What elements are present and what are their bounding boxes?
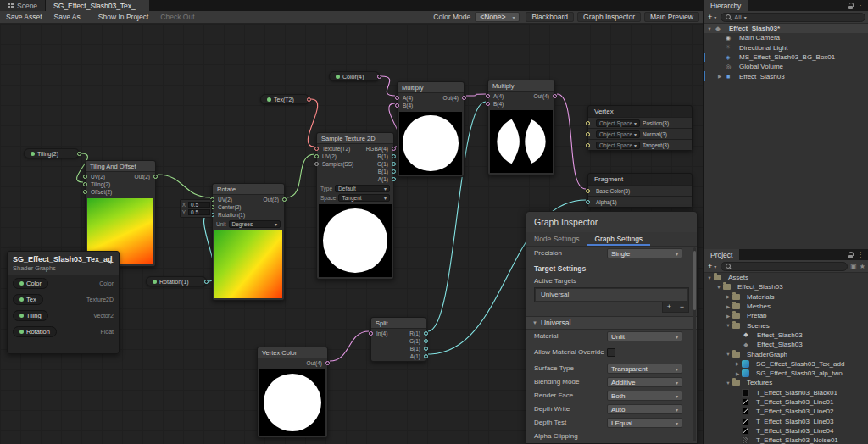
- input-port-icon[interactable]: [586, 143, 590, 147]
- hierarchy-item[interactable]: ▼◆Effect_Slash03*: [704, 24, 868, 33]
- property-node[interactable]: Tex(T2): [260, 94, 309, 104]
- project-item[interactable]: T_Effect_Slash03_Line03: [704, 416, 868, 425]
- block-row[interactable]: Object Space▾Tangent(3): [588, 139, 692, 150]
- graph-node[interactable]: MultiplyA(4)Out(4)B(4): [487, 80, 555, 175]
- inspector-dropdown[interactable]: Auto▾: [607, 404, 682, 414]
- inspector-dropdown[interactable]: Unlit▾: [607, 331, 682, 341]
- input-port-icon[interactable]: [83, 190, 87, 194]
- add-property-button[interactable]: +: [108, 258, 114, 267]
- favorites-icon[interactable]: ★: [860, 263, 865, 270]
- value-field[interactable]: 0.5: [188, 209, 210, 215]
- project-item[interactable]: T_Effect_Slash03_Noise01: [704, 436, 868, 444]
- tab-hierarchy[interactable]: Hierarchy: [704, 0, 748, 11]
- foldout-arrow-icon[interactable]: ▶: [724, 304, 732, 309]
- output-port-icon[interactable]: [204, 280, 209, 284]
- context-block[interactable]: VertexObject Space▾Position(3)Object Spa…: [587, 105, 693, 151]
- project-item[interactable]: ▶SG_Effect_Slash03_Tex_add: [704, 359, 868, 369]
- wire[interactable]: [330, 331, 369, 361]
- foldout-arrow-icon[interactable]: ▶: [724, 294, 732, 299]
- search-by-type-icon[interactable]: ▣: [850, 263, 857, 270]
- foldout-arrow-icon[interactable]: ▼: [724, 380, 732, 386]
- output-port-icon[interactable]: [392, 177, 396, 181]
- foldout-arrow-icon[interactable]: ▼: [724, 323, 732, 328]
- space-dropdown[interactable]: Object Space▾: [596, 142, 640, 149]
- wire[interactable]: [557, 94, 586, 189]
- input-port-icon[interactable]: [586, 132, 590, 136]
- blackboard-property[interactable]: TilingVector2: [8, 308, 119, 324]
- block-row[interactable]: Object Space▾Normal(3): [588, 128, 692, 139]
- input-port-icon[interactable]: [83, 182, 87, 186]
- wire[interactable]: [158, 175, 210, 197]
- input-port-icon[interactable]: [586, 200, 590, 204]
- property-node[interactable]: Tiling(2): [24, 148, 80, 158]
- property-node[interactable]: Rotation(1): [146, 276, 207, 286]
- wire[interactable]: [466, 94, 486, 96]
- graph-canvas[interactable]: Tiling And OffsetUV(2)Out(2)Tiling(2)Off…: [0, 24, 703, 444]
- block-row[interactable]: Alpha(1): [588, 196, 692, 207]
- output-port-icon[interactable]: [282, 197, 287, 202]
- node-title[interactable]: Vertex Color: [258, 347, 327, 358]
- output-port-icon[interactable]: [392, 154, 396, 158]
- input-port-icon[interactable]: [314, 154, 319, 158]
- project-item[interactable]: ▶Materials: [704, 292, 868, 302]
- show-in-project-button[interactable]: Show In Project: [92, 11, 155, 23]
- hierarchy-item[interactable]: ▶■Effect_Slash03: [704, 71, 868, 80]
- project-item[interactable]: ▶Prefab: [704, 311, 868, 320]
- project-item[interactable]: ◆Effect_Slash03: [704, 340, 868, 349]
- project-item[interactable]: T_Effect_Slash03_Line01: [704, 397, 868, 407]
- context-block[interactable]: FragmentBase Color(3)Alpha(1): [587, 173, 693, 208]
- output-port-icon[interactable]: [326, 361, 330, 365]
- input-port-icon[interactable]: [486, 102, 490, 106]
- save-asset-button[interactable]: Save Asset: [0, 11, 48, 23]
- space-dropdown[interactable]: Object Space▾: [596, 130, 640, 138]
- block-row[interactable]: Object Space▾Position(3): [588, 117, 692, 128]
- output-port-icon[interactable]: [377, 75, 381, 79]
- project-item[interactable]: ▼Textures: [704, 378, 868, 387]
- wire[interactable]: [287, 154, 314, 197]
- input-port-icon[interactable]: [369, 331, 373, 336]
- node-dropdown[interactable]: Default▾: [335, 185, 390, 192]
- tab-node-settings[interactable]: Node Settings: [526, 232, 587, 246]
- property-node[interactable]: Color(4): [329, 71, 380, 81]
- graph-node[interactable]: RotateUV(2)Out(2)Center(2)Rotation(1)Uni…: [212, 183, 285, 301]
- tab-project[interactable]: Project: [704, 249, 739, 260]
- node-title[interactable]: Multiply: [398, 82, 464, 93]
- graph-node[interactable]: MultiplyA(4)Out(4)B(4): [397, 81, 465, 177]
- foldout-arrow-icon[interactable]: ▶: [733, 361, 742, 366]
- graph-inspector-panel[interactable]: Graph Inspector Node Settings Graph Sett…: [526, 211, 698, 444]
- precision-dropdown[interactable]: Single ▾: [607, 248, 682, 258]
- hierarchy-search-input[interactable]: All ▾: [721, 13, 865, 22]
- foldout-arrow-icon[interactable]: ▼: [705, 275, 714, 280]
- target-list-item[interactable]: Universal: [536, 289, 687, 301]
- node-title[interactable]: Multiply: [488, 80, 554, 92]
- output-port-icon[interactable]: [392, 162, 396, 166]
- checkbox[interactable]: [607, 348, 615, 357]
- wire[interactable]: [381, 76, 395, 96]
- output-port-icon[interactable]: [307, 97, 311, 102]
- tab-shadergraph[interactable]: SG_Effect_Slash03_Tex_...: [46, 0, 150, 11]
- lock-icon[interactable]: [848, 252, 853, 258]
- output-port-icon[interactable]: [392, 147, 396, 151]
- graph-node[interactable]: SplitIn(4)R(1)G(1)B(1)A(1): [370, 317, 426, 362]
- space-dropdown[interactable]: Object Space▾: [596, 119, 640, 127]
- foldout-arrow-icon[interactable]: ▶: [724, 314, 732, 319]
- project-item[interactable]: T_Effect_Slash03_Black01: [704, 388, 868, 397]
- input-port-icon[interactable]: [395, 103, 399, 108]
- output-port-icon[interactable]: [153, 175, 158, 179]
- output-port-icon[interactable]: [77, 152, 81, 156]
- project-item[interactable]: ▼ShaderGraph: [704, 349, 868, 358]
- vector2-inline-node[interactable]: X0.5Y0.5: [180, 199, 212, 218]
- project-search-input[interactable]: [721, 262, 848, 271]
- foldout-arrow-icon[interactable]: ▼: [715, 285, 723, 290]
- add-target-button[interactable]: +: [663, 302, 676, 312]
- input-port-icon[interactable]: [586, 189, 590, 193]
- project-item[interactable]: ◆Effect_Slash03: [704, 330, 868, 340]
- input-port-icon[interactable]: [314, 162, 319, 166]
- output-port-icon[interactable]: [462, 96, 466, 100]
- project-item[interactable]: ▶SG_Effect_Slash03_alp_two: [704, 369, 868, 378]
- save-as-button[interactable]: Save As...: [48, 11, 92, 23]
- blackboard-property[interactable]: TexTexture2D: [8, 291, 119, 308]
- node-dropdown[interactable]: Degrees▾: [229, 220, 281, 228]
- graph-node[interactable]: Vertex ColorOut(4): [257, 347, 328, 438]
- inspector-dropdown[interactable]: Additive▾: [607, 377, 682, 387]
